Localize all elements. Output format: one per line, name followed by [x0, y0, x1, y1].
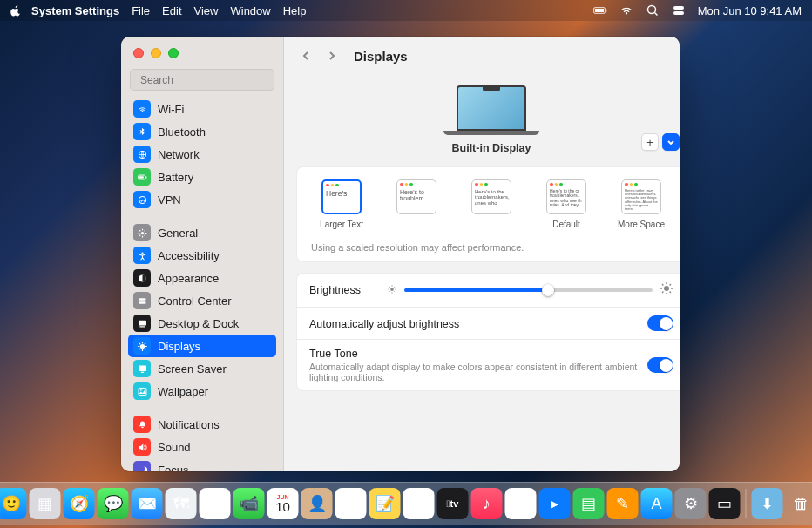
menu-view[interactable]: View: [194, 4, 219, 17]
sidebar-item-label: General: [158, 227, 198, 240]
dock-finder[interactable]: 🙂: [0, 488, 27, 519]
main-pane: Displays Built-in Display + Here'sLarger…: [284, 37, 680, 471]
sidebar-item-vpn[interactable]: VPNVPN: [128, 188, 276, 211]
sidebar-item-accessibility[interactable]: Accessibility: [128, 244, 276, 267]
dock-keynote[interactable]: ▸: [539, 488, 571, 519]
sidebar-item-label: Battery: [158, 171, 193, 184]
resolution-option-0[interactable]: Here'sLarger Text: [311, 179, 372, 230]
sidebar-item-focus[interactable]: Focus: [128, 458, 276, 471]
resolution-thumb: Here's to the crazy ones troublemakers, …: [621, 179, 661, 214]
dock-calendar[interactable]: JUN10: [267, 488, 299, 519]
display-name: Built-in Display: [452, 142, 531, 154]
sidebar-item-general[interactable]: General: [128, 221, 276, 244]
sidebar-item-label: Displays: [158, 340, 200, 353]
dock-tv[interactable]: tv: [437, 488, 469, 519]
displays-icon: [133, 337, 151, 355]
sidebar-item-displays[interactable]: Displays: [128, 335, 276, 357]
svg-rect-5: [673, 11, 684, 15]
auto-brightness-toggle[interactable]: [647, 315, 673, 331]
resolution-label: More Space: [618, 220, 665, 230]
sidebar-item-notifications[interactable]: Notifications: [128, 413, 276, 436]
dock-launchpad[interactable]: ▦: [30, 488, 61, 519]
dock-safari[interactable]: 🧭: [64, 488, 95, 519]
resolution-option-2[interactable]: Here's to the troublemakers, ones who: [461, 179, 522, 230]
sidebar-item-appearance[interactable]: Appearance: [128, 267, 276, 289]
truetone-toggle[interactable]: [647, 357, 673, 373]
forward-button[interactable]: [322, 46, 342, 65]
sidebar-item-wi-fi[interactable]: Wi-Fi: [128, 98, 276, 120]
control-center-icon[interactable]: [672, 3, 686, 17]
dock-settings[interactable]: ⚙: [675, 488, 707, 519]
svg-rect-4: [673, 6, 684, 10]
menu-edit[interactable]: Edit: [162, 4, 181, 17]
sidebar-item-screen-saver[interactable]: Screen Saver: [128, 357, 276, 380]
menu-help[interactable]: Help: [283, 4, 307, 17]
truetone-label: True Tone: [309, 348, 647, 360]
search-field[interactable]: [130, 69, 274, 91]
brightness-label: Brightness: [309, 284, 361, 296]
resolution-scale-row: Here'sLarger TextHere's to troublemHere'…: [311, 179, 672, 230]
dock-numbers[interactable]: ▤: [573, 488, 605, 519]
brightness-slider[interactable]: [404, 288, 653, 292]
sidebar-item-control-center[interactable]: Control Center: [128, 289, 276, 312]
apple-logo-icon[interactable]: [10, 4, 23, 17]
sound-icon: [133, 438, 151, 456]
sidebar-item-label: Appearance: [158, 272, 219, 285]
accessibility-icon: [133, 247, 151, 264]
dock-contacts[interactable]: 👤: [301, 488, 333, 519]
dock-facetime[interactable]: 📹: [233, 488, 265, 519]
spotlight-icon[interactable]: [646, 3, 660, 17]
dock-appstore[interactable]: A: [641, 488, 673, 519]
search-input[interactable]: [140, 74, 271, 86]
dock-iphone-mirroring[interactable]: ▭: [709, 488, 741, 519]
sidebar-item-battery[interactable]: Battery: [128, 166, 276, 188]
sidebar-list[interactable]: Wi-FiBluetoothNetworkBatteryVPNVPNGenera…: [121, 98, 283, 471]
resolution-option-4[interactable]: Here's to the crazy ones troublemakers, …: [611, 179, 672, 230]
dock-downloads[interactable]: ⬇: [752, 488, 783, 519]
resolution-option-1[interactable]: Here's to troublem: [386, 179, 447, 230]
vpn-icon: VPN: [133, 191, 151, 208]
sidebar-item-label: Wallpaper: [158, 385, 208, 398]
main-header: Displays: [284, 37, 680, 75]
dock-notes[interactable]: 📝: [369, 488, 401, 519]
resolution-label: Larger Text: [320, 220, 363, 230]
dock-mail[interactable]: ✉️: [132, 488, 163, 519]
sidebar-item-label: Wi-Fi: [158, 103, 184, 116]
dock-messages[interactable]: 💬: [98, 488, 129, 519]
settings-window: Wi-FiBluetoothNetworkBatteryVPNVPNGenera…: [121, 37, 680, 471]
back-button[interactable]: [296, 46, 315, 65]
sun-large-icon: [660, 281, 673, 299]
dock-pages[interactable]: ✎: [607, 488, 639, 519]
auto-brightness-label: Automatically adjust brightness: [309, 318, 459, 330]
battery-icon[interactable]: [593, 3, 607, 17]
minimize-button[interactable]: [151, 48, 161, 58]
sidebar-item-label: Desktop & Dock: [158, 317, 239, 330]
dock-trash[interactable]: 🗑: [786, 488, 813, 519]
sidebar-item-sound[interactable]: Sound: [128, 436, 276, 458]
menu-file[interactable]: File: [132, 4, 150, 17]
network-icon: [133, 146, 151, 163]
sidebar-item-wallpaper[interactable]: Wallpaper: [128, 380, 276, 403]
close-button[interactable]: [133, 48, 144, 58]
sidebar-item-label: VPN: [158, 193, 181, 206]
add-display-button[interactable]: +: [641, 133, 659, 151]
dock-reminders[interactable]: ☑: [335, 488, 367, 519]
dock-news[interactable]: N: [505, 488, 537, 519]
arrange-dropdown-button[interactable]: [662, 133, 680, 151]
menubar-clock[interactable]: Mon Jun 10 9:41 AM: [698, 4, 802, 17]
dock-freeform[interactable]: ✎: [403, 488, 435, 519]
sidebar-item-desktop-dock[interactable]: Desktop & Dock: [128, 312, 276, 335]
display-preview: Built-in Display +: [284, 75, 680, 158]
sidebar-item-bluetooth[interactable]: Bluetooth: [128, 120, 276, 143]
resolution-panel: Here'sLarger TextHere's to troublemHere'…: [296, 166, 680, 262]
sidebar-item-network[interactable]: Network: [128, 143, 276, 166]
dock-maps[interactable]: 🗺: [166, 488, 197, 519]
wifi-icon[interactable]: [619, 3, 633, 17]
resolution-option-3[interactable]: Here's to the cr troublemakers. ones who…: [536, 179, 597, 230]
dock-music[interactable]: ♪: [471, 488, 503, 519]
menu-window[interactable]: Window: [230, 4, 270, 17]
dock-photos[interactable]: ✿: [200, 488, 231, 519]
zoom-button[interactable]: [168, 48, 179, 58]
menubar-app-name[interactable]: System Settings: [31, 4, 119, 17]
svg-rect-1: [595, 9, 604, 12]
